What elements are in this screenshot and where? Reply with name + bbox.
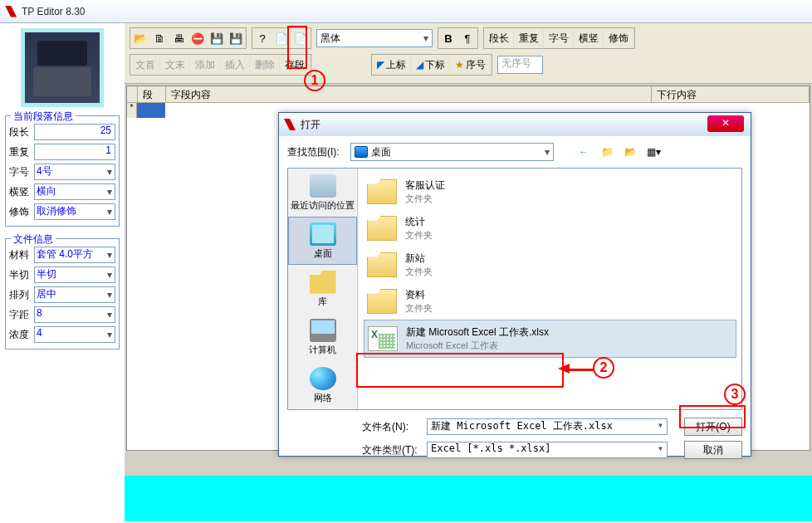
file-item-folder[interactable]: 统计文件夹 [364, 210, 736, 247]
folder-icon [367, 179, 397, 204]
row-repeat: 重复 1 [9, 143, 115, 161]
up-icon[interactable]: 📁 [599, 144, 615, 160]
print-icon[interactable]: 🖶 [169, 29, 188, 47]
file-item-folder[interactable]: 新站文件夹 [364, 247, 736, 283]
library-icon [310, 271, 336, 294]
file-item-excel-selected[interactable]: 新建 Microsoft Excel 工作表.xlsxMicrosoft Exc… [364, 320, 736, 358]
btn-cunduan[interactable]: 存段 [281, 56, 310, 74]
align-select[interactable]: 居中 [34, 286, 115, 303]
open-button[interactable]: 打开(O) [684, 418, 742, 436]
desktop-icon [310, 222, 336, 246]
grid-col-2[interactable]: 字段内容 [166, 86, 652, 102]
help-icon[interactable]: ? [253, 29, 271, 47]
place-computer[interactable]: 计算机 [288, 313, 357, 361]
place-recent[interactable]: 最近访问的位置 [288, 169, 357, 217]
excel-icon [368, 326, 398, 351]
btn-shangbiao[interactable]: ◤上标 [373, 56, 411, 74]
import-icon[interactable]: 📄 [272, 29, 291, 47]
places-bar: 最近访问的位置 桌面 库 计算机 网络 [288, 169, 358, 409]
stop-icon[interactable]: ⛔ [188, 29, 207, 47]
btn-wenwei[interactable]: 文末 [161, 56, 190, 74]
btn-duanchang[interactable]: 段长 [485, 29, 514, 47]
label: 材料 [9, 248, 34, 262]
filetype-label: 文件类型(T): [362, 443, 420, 457]
place-library[interactable]: 库 [288, 265, 357, 313]
help-group: ? 📄 📄 [252, 27, 311, 49]
label: 横竖 [9, 185, 34, 199]
place-network[interactable]: 网络 [288, 361, 357, 409]
bold-icon[interactable]: B [439, 29, 457, 47]
btn-xiushi[interactable]: 修饰 [604, 29, 633, 47]
file-item-folder[interactable]: 客服认证文件夹 [364, 174, 736, 210]
computer-icon [310, 319, 336, 342]
btn-wenshou[interactable]: 文首 [131, 56, 160, 74]
fontsize-select[interactable]: 4号 [34, 164, 115, 180]
label: 排列 [9, 288, 34, 302]
lookin-row: 查找范围(I): 桌面 ← 📁 📂 ▦▾ [287, 143, 742, 161]
row-spacing: 字距 8 [9, 305, 115, 324]
dialog-logo-icon [284, 119, 296, 130]
dialog-title: 打开 [301, 118, 320, 132]
file-list[interactable]: 客服认证文件夹 统计文件夹 新站文件夹 资料文件夹 新建 Microsoft E… [358, 169, 741, 409]
recent-icon [310, 174, 336, 198]
para-group: 段长 重复 字号 横竖 修饰 [483, 27, 635, 49]
open-file-dialog: 打开 ✕ 查找范围(I): 桌面 ← 📁 📂 ▦▾ 最近访问的位置 桌面 库 计… [278, 112, 751, 457]
bottom-preview-strip [125, 476, 812, 521]
selected-cell[interactable] [137, 103, 165, 118]
newfolder-icon[interactable]: 📂 [622, 144, 638, 160]
place-desktop[interactable]: 桌面 [288, 217, 357, 265]
repeat-input[interactable]: 1 [34, 144, 115, 160]
decoration-select[interactable]: 取消修饰 [34, 203, 115, 220]
density-select[interactable]: 4 [34, 326, 115, 343]
export-icon[interactable]: 📄 [291, 29, 310, 47]
dialog-titlebar[interactable]: 打开 ✕ [279, 113, 751, 136]
filename-row: 文件名(N): 新建 Microsoft Excel 工作表.xlsx 打开(O… [287, 415, 742, 438]
titlebar: TP Editor 8.30 [0, 0, 812, 23]
filename-label: 文件名(N): [362, 420, 420, 434]
new-icon[interactable]: 🗎 [150, 29, 169, 47]
paragraph-info-section: 当前段落信息 段长 25 重复 1 字号 4号 横竖 横向 修饰 取消修饰 [5, 115, 120, 227]
pilcrow-icon[interactable]: ¶ [458, 29, 477, 47]
label: 重复 [9, 145, 34, 159]
material-select[interactable]: 套管 4.0平方 [34, 247, 115, 263]
back-icon[interactable]: ← [575, 144, 592, 160]
dialog-split: 最近访问的位置 桌面 库 计算机 网络 客服认证文件夹 统计文件夹 新站文件夹 [287, 168, 742, 410]
btn-shanchu[interactable]: 删除 [251, 56, 280, 74]
saveas-icon[interactable]: 💾 [227, 29, 245, 47]
halfcut-select[interactable]: 半切 [34, 266, 115, 283]
grid-col-3[interactable]: 下行内容 [652, 86, 810, 102]
btn-zihao[interactable]: 字号 [545, 29, 574, 47]
callout-2-arrow-head [558, 364, 570, 374]
font-combo[interactable]: 黑体 [316, 29, 433, 47]
views-icon[interactable]: ▦▾ [645, 144, 662, 160]
btn-xuhao[interactable]: ★序号 [451, 56, 491, 74]
file-item-folder[interactable]: 资料文件夹 [364, 283, 736, 320]
file-info-legend: 文件信息 [11, 232, 56, 247]
btn-chongfu[interactable]: 重复 [515, 29, 544, 47]
edit-group: 文首 文末 添加 插入 删除 存段 [130, 54, 311, 76]
row-align: 排列 居中 [9, 286, 115, 304]
btn-xiabiao[interactable]: ◢下标 [412, 56, 450, 74]
btn-hengshu[interactable]: 横竖 [575, 29, 604, 47]
dialog-close-button[interactable]: ✕ [707, 115, 744, 132]
dialog-body: 查找范围(I): 桌面 ← 📁 📂 ▦▾ 最近访问的位置 桌面 库 计算机 网络 [279, 136, 751, 468]
filename-combo[interactable]: 新建 Microsoft Excel 工作表.xlsx [427, 418, 668, 435]
orientation-select[interactable]: 横向 [34, 183, 115, 200]
row-halfcut: 半切 半切 [9, 266, 115, 284]
xuhao-input[interactable]: 无序号 [497, 56, 543, 74]
lookin-combo[interactable]: 桌面 [350, 143, 554, 161]
btn-charu[interactable]: 插入 [221, 56, 250, 74]
grid-col-1[interactable]: 段号 [138, 86, 166, 102]
spacing-select[interactable]: 8 [34, 306, 115, 323]
label: 字号 [9, 165, 34, 179]
filetype-row: 文件类型(T): Excel [*.xls *.xlsx] 取消 [287, 438, 742, 462]
btn-tianjia[interactable]: 添加 [191, 56, 220, 74]
length-input[interactable]: 25 [34, 124, 115, 140]
open-icon[interactable]: 📂 [131, 29, 149, 47]
cancel-button[interactable]: 取消 [684, 441, 742, 459]
filetype-combo[interactable]: Excel [*.xls *.xlsx] [427, 442, 668, 458]
dialog-nav-toolbar: ← 📁 📂 ▦▾ [575, 144, 662, 160]
save-icon[interactable]: 💾 [208, 29, 226, 47]
label: 半切 [9, 268, 34, 282]
app-logo-icon [5, 6, 17, 17]
